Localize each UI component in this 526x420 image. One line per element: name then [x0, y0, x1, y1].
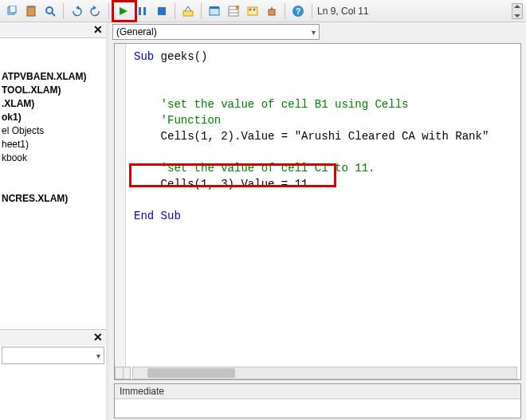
toolbar-overflow[interactable] — [512, 3, 523, 19]
separator — [63, 3, 64, 19]
object-browser-icon[interactable] — [244, 2, 261, 20]
tree-item[interactable]: kbook — [0, 151, 106, 165]
project-explorer-panel: ✕ ATPVBAEN.XLAM) TOOL.XLAM) .XLAM) ok1) … — [0, 22, 109, 420]
horizontal-scrollbar[interactable] — [132, 367, 517, 379]
object-dropdown-value: (General) — [116, 26, 157, 37]
code-text: Sub geeks() 'set the value of cell B1 us… — [115, 44, 520, 224]
run-button[interactable] — [115, 2, 132, 20]
immediate-window[interactable]: Immediate — [114, 383, 521, 418]
tree-item[interactable]: ATPVBAEN.XLAM) — [0, 70, 106, 84]
svg-rect-16 — [248, 7, 257, 15]
redo-icon[interactable] — [87, 2, 104, 20]
separator — [201, 3, 202, 19]
immediate-title: Immediate — [115, 384, 520, 399]
svg-rect-15 — [236, 6, 239, 9]
help-icon[interactable]: ? — [289, 2, 307, 20]
project-explorer-icon[interactable] — [206, 2, 223, 20]
main-area: ✕ ATPVBAEN.XLAM) TOOL.XLAM) .XLAM) ok1) … — [0, 22, 526, 420]
stop-button[interactable] — [153, 2, 171, 20]
design-mode-icon[interactable] — [179, 2, 197, 20]
chevron-down-icon: ▾ — [96, 351, 100, 360]
close-icon[interactable]: ✕ — [92, 332, 104, 344]
svg-rect-7 — [143, 7, 146, 15]
copy-icon[interactable] — [3, 2, 21, 20]
properties-object-select[interactable]: ▾ — [2, 347, 104, 364]
svg-point-4 — [46, 7, 53, 14]
properties-icon[interactable] — [225, 2, 242, 20]
svg-point-17 — [249, 8, 252, 10]
object-dropdown[interactable]: (General) ▾ — [112, 24, 320, 40]
undo-icon[interactable] — [68, 2, 85, 20]
cursor-position: Ln 9, Col 11 — [312, 4, 374, 18]
separator — [175, 3, 175, 19]
tree-item[interactable]: .XLAM) — [0, 97, 106, 111]
tree-item[interactable]: heet1) — [0, 138, 106, 151]
separator — [108, 3, 109, 19]
view-toggle[interactable] — [115, 367, 131, 379]
svg-rect-3 — [29, 6, 33, 8]
project-tree[interactable]: ATPVBAEN.XLAM) TOOL.XLAM) .XLAM) ok1) el… — [0, 38, 106, 329]
svg-rect-11 — [210, 6, 219, 9]
paste-icon[interactable] — [22, 2, 40, 20]
properties-panel-header: ✕ — [0, 329, 106, 345]
panel-header: ✕ — [0, 22, 106, 38]
svg-line-5 — [52, 13, 55, 16]
svg-rect-8 — [158, 7, 166, 15]
pause-button[interactable] — [134, 2, 151, 20]
svg-rect-9 — [183, 11, 193, 16]
close-icon[interactable]: ✕ — [92, 24, 104, 37]
svg-rect-10 — [210, 8, 219, 15]
code-gutter — [115, 44, 126, 379]
svg-rect-1 — [10, 6, 16, 13]
chevron-down-icon: ▾ — [312, 28, 316, 37]
svg-rect-19 — [269, 10, 275, 15]
object-bar: (General) ▾ — [109, 22, 526, 41]
svg-text:?: ? — [296, 6, 301, 16]
tree-item[interactable]: el Objects — [0, 124, 106, 138]
tree-item[interactable]: TOOL.XLAM) — [0, 84, 106, 97]
toolbox-icon[interactable] — [263, 2, 281, 20]
svg-rect-6 — [139, 7, 141, 15]
find-icon[interactable] — [41, 2, 59, 20]
code-panel: (General) ▾ Sub geeks() 'set the value o… — [109, 22, 526, 420]
toolbar: ? Ln 9, Col 11 — [0, 0, 526, 22]
tree-item[interactable]: ok1) — [0, 111, 106, 124]
separator — [285, 3, 285, 19]
svg-point-18 — [253, 8, 256, 10]
tree-item[interactable]: NCRES.XLAM) — [0, 192, 106, 206]
code-editor[interactable]: Sub geeks() 'set the value of cell B1 us… — [114, 43, 521, 380]
